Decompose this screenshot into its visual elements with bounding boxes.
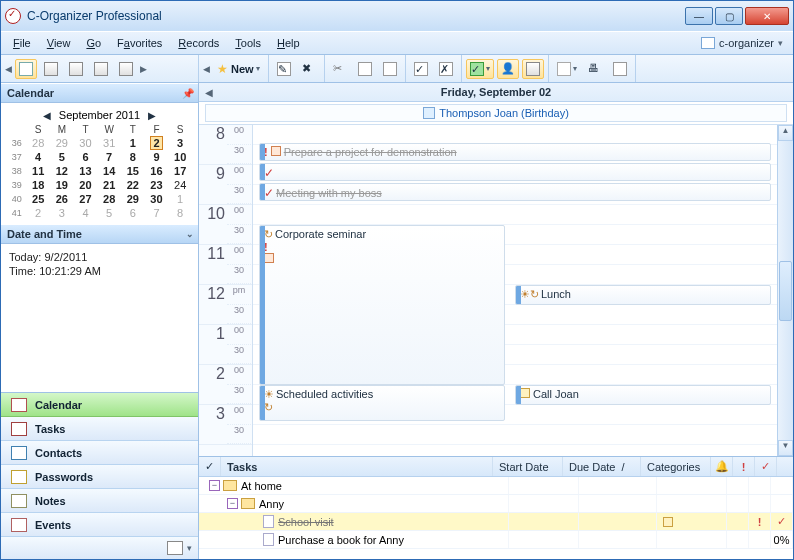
minical-day[interactable]: 1 [121,136,145,150]
maximize-button[interactable]: ▢ [715,7,743,25]
appointment[interactable]: ✓ [259,163,771,181]
menu-favorites[interactable]: Favorites [111,35,168,51]
collapse-icon[interactable]: − [209,480,220,491]
minical-day[interactable]: 30 [145,192,169,206]
scroll-down-button[interactable]: ▼ [778,440,793,456]
vertical-scrollbar[interactable]: ▲ ▼ [777,125,793,456]
nav-fwd-icon[interactable]: ▶ [140,64,147,74]
tasks-col-priority[interactable]: ! [733,457,755,476]
category-button[interactable] [553,59,581,79]
pin-icon[interactable]: 📌 [182,88,194,99]
minical-day[interactable]: 2 [26,206,50,220]
view-year-button[interactable] [115,59,137,79]
appointment[interactable]: !Prepare a project for demonstration [259,143,771,161]
scroll-thumb[interactable] [779,261,792,321]
appointment[interactable]: ↻Corporate seminar! [259,225,505,385]
minical-day[interactable]: 23 [145,178,169,192]
minical-day[interactable]: 15 [121,164,145,178]
menu-tools[interactable]: Tools [229,35,267,51]
minical-day[interactable]: 11 [26,164,50,178]
delete-button[interactable]: ✖ [298,59,320,79]
tasks-col-alarm[interactable]: 🔔 [711,457,733,476]
minical-day[interactable]: 9 [145,150,169,164]
event-link-button[interactable] [522,59,544,79]
toolbar-nav-back[interactable]: ◀ [203,64,210,74]
menu-go[interactable]: Go [80,35,107,51]
minical-day[interactable]: 4 [26,150,50,164]
minical-day[interactable]: 20 [74,178,98,192]
tasks-col-categories[interactable]: Categories [641,457,711,476]
task-group-row[interactable]: −Anny [199,495,793,513]
chevron-down-icon[interactable]: ⌄ [186,229,194,239]
new-button[interactable]: ★New [213,59,264,79]
minical-day[interactable]: 7 [97,150,121,164]
day-column[interactable]: !Prepare a project for demonstration✓✓Me… [253,125,777,456]
minical-day[interactable]: 29 [50,136,74,150]
minical-day[interactable]: 6 [121,206,145,220]
print-button[interactable]: 🖶 [584,59,606,79]
allday-row[interactable]: Thompson Joan (Birthday) [205,104,787,122]
minical-day[interactable]: 7 [145,206,169,220]
copy-button[interactable] [354,59,376,79]
view-5day-button[interactable] [40,59,62,79]
minical-day[interactable]: 18 [26,178,50,192]
minical-day[interactable]: 2 [145,136,169,150]
view-week-button[interactable] [65,59,87,79]
minical-day[interactable]: 5 [50,150,74,164]
scroll-up-button[interactable]: ▲ [778,125,793,141]
allday-event[interactable]: Thompson Joan (Birthday) [423,107,569,119]
appointment[interactable]: ✓Meeting with my boss [259,183,771,201]
tasks-col-start[interactable]: Start Date [493,457,563,476]
appointment[interactable]: ☀Scheduled activities↻ [259,385,505,421]
minical-next-button[interactable]: ▶ [146,110,158,121]
contact-link-button[interactable]: 👤 [497,59,519,79]
task-cancel-button[interactable]: ✗ [435,59,457,79]
menu-help[interactable]: Help [271,35,306,51]
minical-day[interactable]: 29 [121,192,145,206]
cut-button[interactable]: ✂ [329,59,351,79]
view-month-button[interactable] [90,59,112,79]
minical-day[interactable]: 4 [74,206,98,220]
minical-day[interactable]: 19 [50,178,74,192]
minical-day[interactable]: 8 [168,206,192,220]
minical-day[interactable]: 24 [168,178,192,192]
nav-events[interactable]: Events [1,513,198,537]
filter-green-button[interactable]: ✓ [466,59,494,79]
minical-day[interactable]: 13 [74,164,98,178]
minical-day[interactable]: 10 [168,150,192,164]
nav-contacts[interactable]: Contacts [1,441,198,465]
nav-calendar[interactable]: Calendar [1,393,198,417]
tasks-col-name[interactable]: Tasks [221,457,493,476]
menu-file[interactable]: File [7,35,37,51]
tasks-col-due[interactable]: Due Date / [563,457,641,476]
minical-day[interactable]: 28 [97,192,121,206]
mini-calendar[interactable]: ◀ September 2011 ▶ SMTWTFS36282930311233… [1,103,198,224]
nav-back-icon[interactable]: ◀ [5,64,12,74]
minical-day[interactable]: 16 [145,164,169,178]
task-row[interactable]: Purchase a book for Anny 0% [199,531,793,549]
minical-day[interactable]: 1 [168,192,192,206]
minical-day[interactable]: 27 [74,192,98,206]
appointment[interactable]: Call Joan [515,385,771,405]
chevron-down-icon[interactable]: ▾ [187,543,192,553]
task-group-row[interactable]: −At home [199,477,793,495]
minical-day[interactable]: 12 [50,164,74,178]
task-complete-button[interactable]: ✓ [410,59,432,79]
paste-button[interactable] [379,59,401,79]
minical-day[interactable]: 5 [97,206,121,220]
date-prev-button[interactable]: ◀ [205,87,213,98]
minical-day[interactable]: 3 [50,206,74,220]
minimize-button[interactable]: — [685,7,713,25]
minical-prev-button[interactable]: ◀ [41,110,53,121]
view-day-button[interactable] [15,59,37,79]
nav-tasks[interactable]: Tasks [1,417,198,441]
minical-day[interactable]: 14 [97,164,121,178]
close-button[interactable]: ✕ [745,7,789,25]
tasks-col-done[interactable]: ✓ [755,457,777,476]
menu-view[interactable]: View [41,35,77,51]
minical-day[interactable]: 3 [168,136,192,150]
edit-button[interactable]: ✎ [273,59,295,79]
nav-config-icon[interactable] [167,541,183,555]
minical-day[interactable]: 28 [26,136,50,150]
minical-day[interactable]: 6 [74,150,98,164]
